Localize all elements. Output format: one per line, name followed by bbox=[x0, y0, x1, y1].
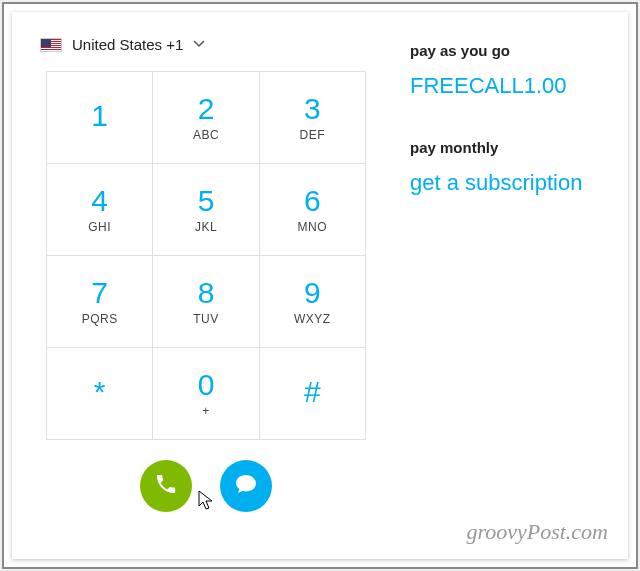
country-selector[interactable]: United States +1 bbox=[40, 36, 380, 53]
chat-button[interactable] bbox=[220, 460, 272, 512]
country-label: United States +1 bbox=[72, 36, 183, 53]
flag-us-icon bbox=[40, 38, 62, 52]
cursor-icon bbox=[198, 490, 216, 516]
dialpad: 1 2ABC 3DEF 4GHI 5JKL 6MNO 7PQRS 8TUV 9W… bbox=[46, 71, 366, 440]
watermark: groovyPost.com bbox=[466, 519, 608, 545]
key-8[interactable]: 8TUV bbox=[153, 256, 259, 348]
key-0[interactable]: 0+ bbox=[153, 348, 259, 440]
payg-heading: pay as you go bbox=[410, 42, 582, 59]
subscription-link[interactable]: get a subscription bbox=[410, 170, 582, 196]
chat-icon bbox=[234, 472, 258, 500]
key-5[interactable]: 5JKL bbox=[153, 164, 259, 256]
key-9[interactable]: 9WXYZ bbox=[259, 256, 365, 348]
key-2[interactable]: 2ABC bbox=[153, 72, 259, 164]
key-star[interactable]: * bbox=[47, 348, 153, 440]
key-1[interactable]: 1 bbox=[47, 72, 153, 164]
key-7[interactable]: 7PQRS bbox=[47, 256, 153, 348]
key-3[interactable]: 3DEF bbox=[259, 72, 365, 164]
key-4[interactable]: 4GHI bbox=[47, 164, 153, 256]
payg-value-link[interactable]: FREECALL1.00 bbox=[410, 73, 567, 99]
key-6[interactable]: 6MNO bbox=[259, 164, 365, 256]
call-button[interactable] bbox=[140, 460, 192, 512]
phone-icon bbox=[154, 472, 178, 500]
chevron-down-icon bbox=[193, 36, 205, 53]
monthly-heading: pay monthly bbox=[410, 139, 582, 156]
key-hash[interactable]: # bbox=[259, 348, 365, 440]
